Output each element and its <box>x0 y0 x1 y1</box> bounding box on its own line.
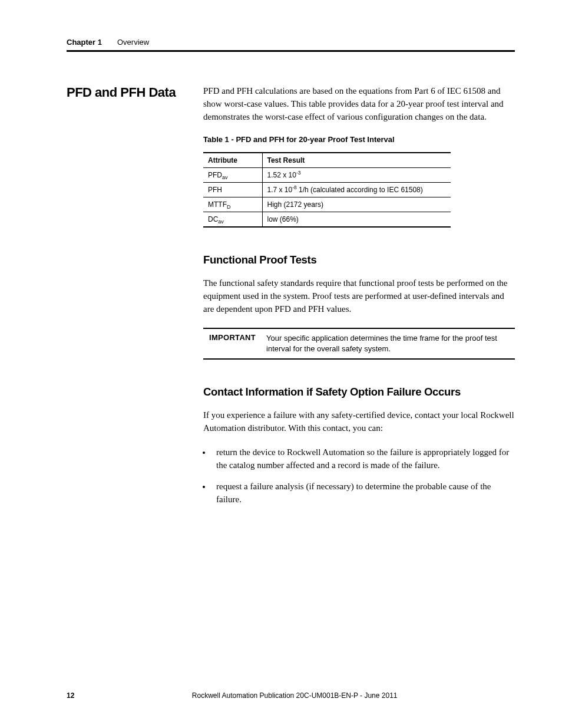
header-rule <box>67 50 515 52</box>
result-cell: 1.7 x 10-8 1/h (calculated according to … <box>262 183 451 197</box>
callout-text: Your specific application determines the… <box>266 333 515 354</box>
footer-page-number: 12 <box>67 691 74 700</box>
attr-cell: PFH <box>203 183 262 197</box>
table-row: MTTFD High (2172 years) <box>203 197 451 212</box>
attr-cell: PFDav <box>203 168 262 183</box>
result-cell: low (66%) <box>262 212 451 228</box>
attr-cell: DCav <box>203 212 262 228</box>
page-header: Chapter 1 Overview <box>67 38 515 47</box>
section-heading-contact: Contact Information if Safety Option Fai… <box>203 386 515 398</box>
list-item: request a failure analysis (if necessary… <box>211 480 515 506</box>
intro-paragraph: PFD and PFH calculations are based on th… <box>203 85 515 123</box>
contact-paragraph: If you experience a failure with any saf… <box>203 409 515 435</box>
callout-label: IMPORTANT <box>203 333 256 354</box>
side-heading: PFD and PFH Data <box>67 85 203 100</box>
pfd-pfh-table: Attribute Test Result PFDav 1.52 x 10-3 … <box>203 152 451 228</box>
table-row: PFDav 1.52 x 10-3 <box>203 168 451 183</box>
table-caption: Table 1 - PFD and PFH for 20-year Proof … <box>203 135 515 144</box>
table-header-result: Test Result <box>262 153 451 168</box>
result-cell: 1.52 x 10-3 <box>262 168 451 183</box>
table-row: PFH 1.7 x 10-8 1/h (calculated according… <box>203 183 451 197</box>
table-header-row: Attribute Test Result <box>203 153 451 168</box>
main-content: PFD and PFH Data PFD and PFH calculation… <box>67 85 515 514</box>
section-heading-functional: Functional Proof Tests <box>203 253 515 266</box>
result-cell: High (2172 years) <box>262 197 451 212</box>
attr-cell: MTTFD <box>203 197 262 212</box>
table-header-attribute: Attribute <box>203 153 262 168</box>
contact-bullets: return the device to Rockwell Automation… <box>211 446 515 506</box>
side-column: PFD and PFH Data <box>67 85 203 514</box>
footer-publication: Rockwell Automation Publication 20C-UM00… <box>74 691 515 700</box>
page-footer: 12 Rockwell Automation Publication 20C-U… <box>67 691 515 700</box>
functional-paragraph: The functional safety standards require … <box>203 277 515 315</box>
list-item: return the device to Rockwell Automation… <box>211 446 515 472</box>
table-row: DCav low (66%) <box>203 212 451 228</box>
important-callout: IMPORTANT Your specific application dete… <box>203 328 515 360</box>
header-title: Overview <box>117 38 149 47</box>
content-column: PFD and PFH calculations are based on th… <box>203 85 515 514</box>
header-chapter: Chapter 1 <box>67 38 102 47</box>
